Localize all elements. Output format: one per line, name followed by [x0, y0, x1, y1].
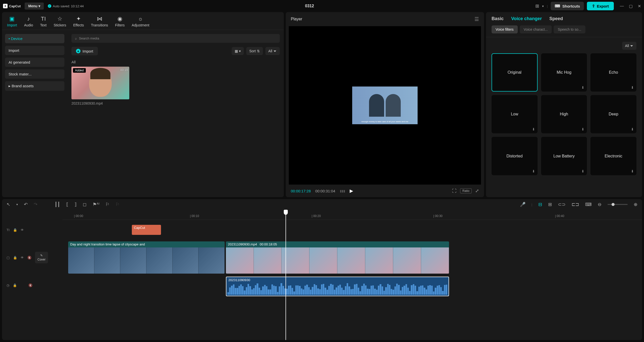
voice-filter-low[interactable]: Low⬇: [492, 95, 538, 133]
sidebar-item-brand-assets[interactable]: ▸ Brand assets: [5, 81, 64, 91]
player-menu-icon[interactable]: ☰: [474, 16, 479, 22]
sidebar-item-ai-generated[interactable]: AI generated: [5, 58, 64, 67]
timecode-duration: 00:00:31:04: [315, 189, 335, 193]
inspector-subtab-1[interactable]: Voice charact...: [520, 25, 552, 33]
audio-clip[interactable]: 202311090930: [226, 277, 449, 296]
capcut-logo-icon: X: [3, 4, 8, 8]
lock-icon[interactable]: 🔒: [13, 283, 17, 287]
ruler-tick: | 00:30: [433, 214, 442, 218]
layout-icon[interactable]: ⊞: [535, 3, 539, 9]
video-clip-1[interactable]: Day and night transition time lapse of c…: [68, 241, 225, 274]
sort-button[interactable]: Sort ⇅: [246, 47, 263, 55]
timeline: ↖ ▾ ↶ ↷ ┃┃ ⟦ ⟧ ◻ ⚑ᴬᴵ ⚐ ⚐ 🎤 | ⊟ ⊞ ⊂⊃ ⊏⊐ ⌨…: [2, 199, 642, 340]
tool-dropdown[interactable]: ▾: [16, 203, 18, 206]
search-input[interactable]: ⌕ Search media: [71, 34, 280, 43]
minimize-button[interactable]: —: [620, 4, 624, 9]
zoom-out-button[interactable]: ⊖: [598, 202, 601, 207]
import-icon: ▣: [9, 16, 15, 22]
eye-icon[interactable]: 👁: [21, 256, 24, 260]
media-tab-audio[interactable]: ♪Audio: [24, 16, 33, 30]
audio-icon: ♪: [27, 16, 30, 22]
marker-tool[interactable]: ⚐: [105, 202, 109, 207]
voice-filter-high[interactable]: High⬇: [541, 95, 587, 133]
media-tab-filters[interactable]: ◉Filters: [115, 16, 125, 30]
player-viewport[interactable]: enough money to take care of all your wa…: [289, 26, 481, 185]
select-tool[interactable]: ↖: [7, 202, 10, 207]
mute-icon[interactable]: 🔇: [28, 283, 32, 287]
inspector-subtab-0[interactable]: Voice filters: [492, 25, 518, 33]
zoom-slider[interactable]: [608, 204, 628, 205]
playhead[interactable]: [286, 210, 286, 340]
media-clip[interactable]: Added 00:19 202311090930.mp4: [71, 67, 129, 105]
media-tab-adjustment[interactable]: ☼Adjustment: [132, 16, 149, 30]
play-button[interactable]: ▶: [350, 188, 353, 194]
track-tool-3[interactable]: ⌨: [585, 202, 592, 207]
view-grid-button[interactable]: ▦ ▾: [232, 47, 244, 55]
autosave-status: ✓ Auto saved: 10:12:44: [48, 4, 84, 8]
plus-icon: +: [76, 49, 80, 53]
close-button[interactable]: ✕: [638, 4, 641, 9]
import-button[interactable]: + Import: [71, 47, 98, 55]
eye-icon[interactable]: 👁: [21, 228, 24, 232]
track-tool-1[interactable]: ⊞: [548, 202, 552, 207]
audio-track-icon: ◷: [7, 283, 9, 287]
filter-all-dropdown[interactable]: All ⏷: [622, 42, 636, 50]
media-tab-transitions[interactable]: ⋈Transitions: [91, 16, 108, 30]
cover-button[interactable]: ✎ Cover: [35, 252, 48, 263]
download-icon: ⬇: [581, 127, 584, 131]
voice-filter-low-battery[interactable]: Low Battery⬇: [541, 137, 587, 175]
text-icon: TI: [41, 16, 46, 22]
ruler-tick: | 00:10: [190, 214, 199, 218]
voice-filter-deep[interactable]: Deep⬇: [590, 95, 636, 133]
download-icon: ⬇: [581, 169, 584, 173]
media-tab-import[interactable]: ▣Import: [7, 16, 17, 30]
trim-right-tool[interactable]: ⟧: [74, 202, 77, 207]
lock-icon[interactable]: 🔒: [13, 256, 17, 260]
track-tool-2[interactable]: ⊏⊐: [572, 202, 579, 207]
ai-tool[interactable]: ⚑ᴬᴵ: [93, 202, 99, 207]
snap-toggle[interactable]: ⊟: [538, 202, 542, 207]
crop-tool[interactable]: ◻: [83, 202, 87, 207]
shortcuts-button[interactable]: ⌨ Shortcuts: [551, 2, 584, 10]
ratio-button[interactable]: Ratio: [460, 188, 472, 193]
inspector-tab-speed[interactable]: Speed: [549, 16, 563, 21]
project-title[interactable]: 0312: [88, 4, 531, 8]
split-tool[interactable]: ┃┃: [55, 202, 60, 207]
export-button[interactable]: ⇪ Export: [587, 2, 614, 10]
download-icon: ⬇: [631, 169, 634, 173]
voice-filter-electronic[interactable]: Electronic⬇: [590, 137, 636, 175]
filter-all-button[interactable]: All ⏷: [265, 47, 280, 55]
inspector-subtab-2[interactable]: Speech to so...: [554, 25, 585, 33]
transitions-icon: ⋈: [97, 16, 102, 22]
sidebar-item-stock-mater-[interactable]: Stock mater...: [5, 69, 64, 79]
link-tool[interactable]: ⊂⊃: [558, 202, 566, 207]
redo-button[interactable]: ↷: [34, 202, 37, 207]
media-tab-effects[interactable]: ✦Effects: [73, 16, 84, 30]
voice-filter-mic-hog[interactable]: Mic Hog⬇: [541, 53, 587, 92]
inspector-tab-basic[interactable]: Basic: [492, 16, 504, 21]
dropdown-icon[interactable]: ▾: [542, 4, 544, 8]
volume-bars-icon[interactable]: ▮▮▮: [340, 189, 345, 193]
zoom-in-button[interactable]: ⊕: [634, 202, 637, 207]
fullscreen-icon[interactable]: ⤢: [475, 188, 479, 194]
voice-filter-original[interactable]: Original: [492, 53, 538, 92]
download-icon: ⬇: [532, 169, 535, 173]
voice-filter-distorted[interactable]: Distorted⬇: [492, 137, 538, 175]
trim-left-tool[interactable]: ⟦: [66, 202, 68, 207]
ruler-tick: | 00:20: [312, 214, 321, 218]
scan-icon[interactable]: ⛶: [452, 188, 457, 194]
mic-icon[interactable]: 🎤: [520, 202, 526, 207]
sidebar-item-device[interactable]: • Device: [5, 34, 64, 43]
undo-button[interactable]: ↶: [24, 202, 28, 207]
inspector-tab-voice-changer[interactable]: Voice changer: [511, 16, 542, 21]
mute-icon[interactable]: 🔇: [27, 256, 31, 260]
lock-icon[interactable]: 🔒: [13, 228, 17, 232]
text-clip[interactable]: CapCut: [132, 225, 161, 235]
media-tab-stickers[interactable]: ☆Stickers: [54, 16, 66, 30]
voice-filter-echo[interactable]: Echo⬇: [590, 53, 636, 92]
menu-button[interactable]: Menu ▾: [25, 3, 44, 10]
media-tab-text[interactable]: TIText: [40, 16, 47, 30]
sidebar-item-import[interactable]: Import: [5, 46, 64, 55]
maximize-button[interactable]: ▢: [629, 4, 633, 9]
video-clip-2[interactable]: 202311090930.mp4 00:00:18:05: [226, 241, 449, 274]
